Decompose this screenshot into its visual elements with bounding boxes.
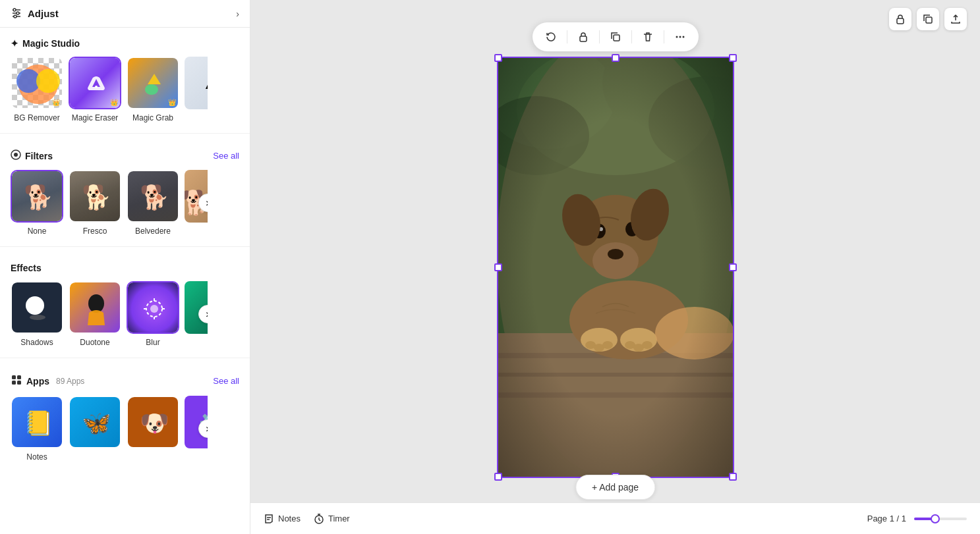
magic-studio-icon: ✦ xyxy=(11,38,18,49)
adjust-header[interactable]: Adjust › xyxy=(0,0,250,28)
page-indicator: Page 1 / 1 xyxy=(867,514,906,523)
handle-middle-left[interactable] xyxy=(494,263,502,271)
adjust-header-left: Adjust xyxy=(11,7,59,20)
selection-box xyxy=(497,57,734,478)
svg-rect-27 xyxy=(614,35,620,41)
effect-blur-item[interactable]: Blur xyxy=(127,281,179,347)
filters-header: Filters See all xyxy=(11,149,239,162)
filter-none-item[interactable]: 🐕 None xyxy=(11,170,63,236)
svg-point-6 xyxy=(95,86,98,88)
svg-rect-26 xyxy=(580,36,587,41)
delete-element-button[interactable] xyxy=(637,26,658,47)
effects-title: Effects xyxy=(11,263,42,273)
filter-fresco-label: Fresco xyxy=(83,227,107,236)
zoom-slider[interactable] xyxy=(914,518,967,520)
svg-point-11 xyxy=(26,296,44,315)
apps-section: Apps 89 Apps See all 📒 Notes xyxy=(0,363,250,462)
handle-top-left[interactable] xyxy=(494,54,502,62)
app-notes-item[interactable]: 📒 Notes xyxy=(11,396,63,462)
filters-see-all-button[interactable]: See all xyxy=(213,151,239,161)
element-lock-icon xyxy=(577,31,589,43)
magic-grab-tool[interactable]: 👑 Magic Grab xyxy=(127,57,179,122)
butterfly-icon: 🦋 xyxy=(82,410,111,437)
filter-belvedere-image: 🐕 xyxy=(128,171,179,223)
more-icon xyxy=(674,31,686,43)
canvas-copy-button[interactable] xyxy=(917,8,939,30)
bg-remover-tool[interactable]: 👑 BG Remover xyxy=(11,57,63,122)
export-icon xyxy=(950,13,962,25)
left-panel: Adjust › ✦ Magic Studio 👑 BG Remover xyxy=(0,0,250,534)
app-butterfly-item[interactable]: 🦋 xyxy=(69,396,121,462)
handle-top-right[interactable] xyxy=(729,54,737,62)
effects-header: Effects xyxy=(11,263,239,273)
filter-belvedere-item[interactable]: 🐕 Belvedere xyxy=(127,170,179,236)
handle-middle-right[interactable] xyxy=(729,263,737,271)
svg-point-1 xyxy=(13,9,16,11)
more-options-button[interactable] xyxy=(670,26,691,47)
svg-point-29 xyxy=(679,36,681,38)
app-dog-image: 🐶 xyxy=(128,397,179,448)
filter-fresco-image: 🐕 xyxy=(70,171,121,223)
effect-blur-image xyxy=(128,282,179,334)
filters-grid: 🐕 None 🐕 Fresco xyxy=(11,170,239,236)
filter-icon-svg xyxy=(11,149,21,160)
svg-point-13 xyxy=(88,294,104,313)
bottom-bar-left: Notes Timer xyxy=(264,514,350,524)
rotate-button[interactable] xyxy=(540,26,562,47)
effects-section: Effects Shadows xyxy=(0,252,250,347)
app-notes-image: 📒 xyxy=(12,397,63,448)
handle-bottom-right[interactable] xyxy=(729,473,737,481)
crown-badge-grab: 👑 xyxy=(168,99,176,106)
effect-duotone-item[interactable]: Duotone xyxy=(69,281,121,347)
filters-icon xyxy=(11,149,21,162)
apps-see-all-button[interactable]: See all xyxy=(213,376,239,386)
notes-button[interactable]: Notes xyxy=(264,514,301,524)
apps-grid: 📒 Notes 🦋 xyxy=(11,396,239,462)
app-dog-item[interactable]: 🐶 xyxy=(127,396,179,462)
add-page-button[interactable]: + Add page xyxy=(575,475,655,500)
timer-icon xyxy=(314,514,324,524)
floating-toolbar xyxy=(533,22,699,51)
canvas-toolbar xyxy=(889,8,967,30)
filter-fresco-item[interactable]: 🐕 Fresco xyxy=(69,170,121,236)
bottom-bar: Notes Timer Page 1 / 1 xyxy=(250,502,980,534)
filters-section: Filters See all 🐕 None xyxy=(0,139,250,236)
lock-element-button[interactable] xyxy=(573,26,594,47)
effect-shadows-thumbnail xyxy=(11,281,63,334)
adjust-chevron-icon[interactable]: › xyxy=(236,9,239,19)
delete-icon xyxy=(642,31,654,43)
apps-more-partial: ⚙️ › xyxy=(185,396,208,462)
svg-rect-20 xyxy=(12,375,16,379)
timer-button[interactable]: Timer xyxy=(314,514,350,524)
notes-icon: 📒 xyxy=(24,410,53,437)
handle-bottom-left[interactable] xyxy=(494,473,502,481)
canvas-lock-button[interactable] xyxy=(889,8,911,30)
effects-grid: Shadows Duotone xyxy=(11,281,239,347)
magic-eraser-tool[interactable]: 👑 Magic Eraser xyxy=(69,57,121,122)
canvas-main[interactable]: + Add page xyxy=(250,0,980,534)
filter-belvedere-dog: 🐕 xyxy=(128,171,179,223)
crown-badge-bg-remover: 👑 xyxy=(52,99,60,106)
effect-shadows-label: Shadows xyxy=(20,338,53,347)
svg-rect-25 xyxy=(926,17,932,23)
image-frame[interactable] xyxy=(497,57,734,478)
canvas-export-button[interactable] xyxy=(944,8,967,30)
filter-none-label: None xyxy=(28,227,47,236)
magic-eraser-label: Magic Eraser xyxy=(72,113,119,122)
divider-1 xyxy=(0,133,250,134)
svg-rect-23 xyxy=(17,381,21,385)
effect-duotone-image xyxy=(70,282,121,334)
zoom-slider-thumb[interactable] xyxy=(931,514,940,523)
toolbar-divider-4 xyxy=(664,30,664,43)
svg-point-5 xyxy=(14,15,16,18)
filter-none-dog: 🐕 xyxy=(12,171,63,223)
effect-shadows-item[interactable]: Shadows xyxy=(11,281,63,347)
magic-studio-section: ✦ Magic Studio 👑 BG Remover xyxy=(0,28,250,122)
svg-point-3 xyxy=(16,12,19,14)
filter-none-image: 🐕 xyxy=(12,171,63,223)
adjust-icon xyxy=(11,7,22,20)
handle-top-center[interactable] xyxy=(612,54,620,62)
app-notes-thumbnail: 📒 xyxy=(11,396,63,448)
duplicate-element-button[interactable] xyxy=(605,26,626,47)
copy-icon xyxy=(922,13,934,25)
